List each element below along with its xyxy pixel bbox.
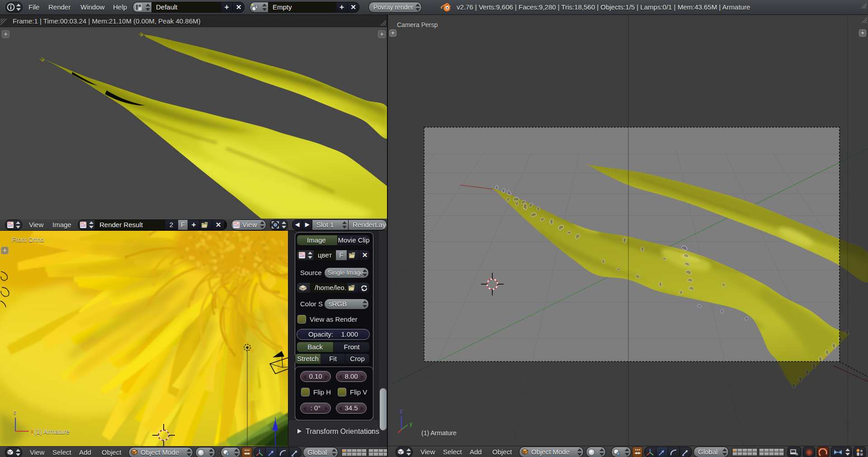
- svg-text:x: x: [31, 428, 33, 435]
- svg-text:a: a: [796, 452, 798, 456]
- svg-text:z: z: [400, 409, 402, 414]
- svg-text:z: z: [14, 410, 16, 416]
- svg-text:y: y: [410, 421, 412, 427]
